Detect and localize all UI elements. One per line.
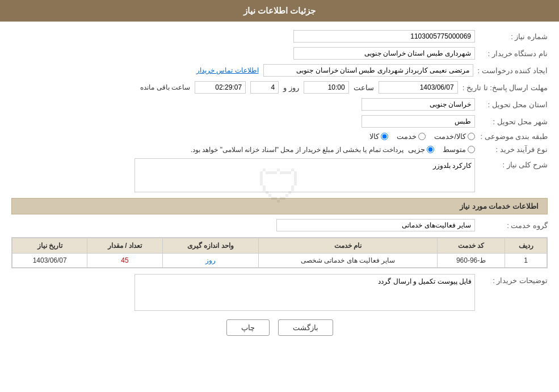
print-button[interactable]: چاپ	[226, 319, 270, 336]
noe-radio-group: متوسط جزیی	[408, 145, 475, 154]
name-dastgah-label: نام دستگاه خریدار :	[480, 49, 548, 58]
radio-kala-khedmat-item: کالا/خدمت	[434, 132, 475, 141]
ijad-konande-row: ایجاد کننده درخواست : اطلاعات تماس خریدا…	[11, 64, 548, 77]
saat-label: ساعت	[354, 83, 374, 92]
table-header-row: ردیف کد خدمت نام خدمت واحد اندازه گیری ت…	[12, 238, 547, 254]
table-row: 1 ط-96-960 سایر فعالیت های خدماتی شخصی ر…	[12, 254, 547, 268]
col-unit: واحد اندازه گیری	[162, 238, 258, 254]
cell-date: 1403/06/07	[12, 254, 87, 268]
notice-text: پرداخت تمام یا بخشی از مبلغ خریدار از مح…	[11, 146, 404, 154]
buttons-row: بازگشت چاپ	[11, 319, 548, 336]
name-dastgah-row: نام دستگاه خریدار :	[11, 47, 548, 60]
sharh-label: شرح کلی نیاز :	[480, 158, 548, 169]
baqi-input	[195, 81, 246, 94]
radio-jozii-item: جزیی	[408, 145, 434, 154]
radio-motovasset[interactable]	[468, 146, 475, 153]
baqi-mande-label: ساعت باقی مانده	[140, 83, 190, 91]
col-name: نام خدمت	[259, 238, 438, 254]
shomara-niaz-input	[293, 30, 475, 43]
services-table-container: ردیف کد خدمت نام خدمت واحد اندازه گیری ت…	[11, 237, 548, 268]
contact-link[interactable]: اطلاعات تماس خریدار	[196, 66, 259, 74]
toseeh-label: توضیحات خریدار :	[480, 274, 548, 285]
page-title: جزئیات اطلاعات نیاز	[243, 6, 316, 15]
toseeh-textarea	[135, 274, 475, 311]
sharh-row: شرح کلی نیاز :	[11, 158, 548, 192]
name-dastgah-input	[293, 47, 475, 60]
radio-kala-item: کالا	[369, 132, 388, 141]
ostan-row: استان محل تحویل :	[11, 98, 548, 111]
radio-jozii-label: جزیی	[408, 145, 425, 154]
mohlat-date-input	[379, 81, 458, 94]
noe-row: نوع فرآیند خرید : متوسط جزیی پرداخت تمام…	[11, 145, 548, 154]
mohlat-label: مهلت ارسال پاسخ: تا تاریخ :	[463, 83, 548, 92]
ijad-konande-label: ایجاد کننده درخواست :	[478, 66, 548, 75]
radio-khedmat-label: خدمت	[397, 132, 417, 141]
shahr-input	[362, 115, 475, 128]
ijad-konande-input	[263, 64, 473, 77]
col-code: کد خدمت	[437, 238, 505, 254]
cell-code: ط-96-960	[437, 254, 505, 268]
ostan-input	[362, 98, 475, 111]
cell-radif: 1	[505, 254, 547, 268]
page-header: جزئیات اطلاعات نیاز	[0, 0, 559, 22]
mohlat-row: مهلت ارسال پاسخ: تا تاریخ : ساعت روز و س…	[11, 81, 548, 94]
tabaqa-row: طبقه بندی موضوعی : کالا/خدمت خدمت کالا	[11, 132, 548, 141]
ostan-label: استان محل تحویل :	[480, 100, 548, 109]
saat-input	[304, 81, 349, 94]
services-section-label: اطلاعات خدمات مورد نیاز	[460, 202, 539, 210]
cell-unit: روز	[162, 254, 258, 268]
radio-kala-khedmat-label: کالا/خدمت	[434, 132, 466, 141]
cell-quantity: 45	[87, 254, 162, 268]
noe-label: نوع فرآیند خرید :	[480, 145, 548, 154]
tabaqa-radio-group: کالا/خدمت خدمت کالا	[369, 132, 475, 141]
shomara-niaz-label: شماره نیاز :	[480, 32, 548, 41]
services-table: ردیف کد خدمت نام خدمت واحد اندازه گیری ت…	[12, 238, 547, 268]
group-khedmat-input	[276, 219, 475, 231]
sharh-textarea	[135, 158, 475, 192]
toseeh-row: توضیحات خریدار :	[11, 274, 548, 311]
radio-kala-label: کالا	[369, 132, 379, 141]
radio-motovasset-label: متوسط	[443, 145, 466, 154]
col-quantity: تعداد / مقدار	[87, 238, 162, 254]
group-khedmat-row: گروه خدمت :	[11, 219, 548, 231]
radio-khedmat-item: خدمت	[397, 132, 426, 141]
rooz-label: روز و	[283, 83, 299, 92]
back-button[interactable]: بازگشت	[278, 319, 333, 336]
shahr-label: شهر محل تحویل :	[480, 117, 548, 126]
shomara-niaz-row: شماره نیاز :	[11, 30, 548, 43]
shahr-row: شهر محل تحویل :	[11, 115, 548, 128]
cell-name: سایر فعالیت های خدماتی شخصی	[259, 254, 438, 268]
radio-kala-khedmat[interactable]	[468, 133, 475, 140]
col-date: تاریخ نیاز	[12, 238, 87, 254]
tabaqa-label: طبقه بندی موضوعی :	[480, 132, 548, 141]
group-khedmat-label: گروه خدمت :	[480, 221, 548, 230]
radio-motovasset-item: متوسط	[443, 145, 475, 154]
radio-kala[interactable]	[381, 133, 388, 140]
services-section-header: اطلاعات خدمات مورد نیاز	[11, 198, 548, 214]
col-radif: ردیف	[505, 238, 547, 254]
radio-jozii[interactable]	[427, 146, 434, 153]
rooz-input	[250, 81, 279, 94]
radio-khedmat[interactable]	[418, 133, 426, 140]
